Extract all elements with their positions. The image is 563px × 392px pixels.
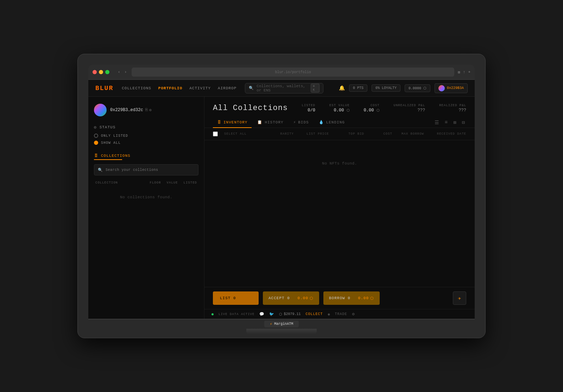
taskbar-app-name: MarginATM [274, 322, 293, 326]
listed-value: 0/0 [302, 108, 315, 113]
status-label: ◎ STATUS [94, 125, 198, 129]
bids-icon: ⚡ [293, 120, 296, 124]
laptop-taskbar: ⚡ MarginATM [88, 319, 475, 329]
nav-airdrop[interactable]: AIRDROP [218, 86, 236, 90]
nav-collections[interactable]: COLLECTIONS [122, 86, 151, 90]
bids-label: BIDS [298, 120, 309, 124]
eth-icon: ⬡ [347, 109, 350, 113]
borrow-label: BORROW 0 [329, 296, 350, 300]
accept-button[interactable]: ACCEPT 0 0.00 ⬡ [263, 291, 319, 305]
unrealized-stat: UNREALIZED P&L ??? [394, 104, 425, 113]
select-all-header: SELECT ALL [224, 132, 266, 136]
cost-value: 0.00 ⬡ [364, 108, 380, 113]
maximize-button[interactable] [105, 70, 109, 74]
global-search[interactable]: 🔍 Collections, wallets, or ENS ⌘ K [245, 83, 323, 94]
unrealized-value: ??? [394, 108, 425, 113]
status-bar: LIVE DATA ACTIVE 💬 🐦 ⬡ $2079.11 COLLECT … [204, 309, 475, 319]
est-value-number: 0.00 [334, 108, 344, 113]
tabs-row: 🎛 INVENTORY 📋 HISTORY ⚡ BIDS 💧 [204, 113, 475, 128]
large-grid-icon[interactable]: ⊟ [461, 118, 466, 127]
lending-icon: 💧 [319, 120, 324, 124]
table-header: SELECT ALL RARITY LIST PRICE TOP BID COS… [204, 128, 475, 140]
collections-header: 🎛 COLLECTIONS [94, 153, 198, 158]
col-value: VALUE [167, 181, 178, 185]
tab-inventory[interactable]: 🎛 INVENTORY [213, 117, 252, 128]
status-icon: ◎ [94, 125, 97, 129]
nav-portfolio[interactable]: PORTFOLIO [158, 86, 182, 90]
tab-history[interactable]: 📋 HISTORY [253, 117, 287, 128]
user-section: 0x229B3…ed32c ⎘ ⊙ [94, 104, 198, 116]
accept-value: 0.00 ⬡ [298, 296, 314, 301]
rarity-header: RARITY [266, 132, 294, 136]
page-title: All Collections [213, 104, 288, 113]
show-all-option[interactable]: SHOW ALL [94, 139, 198, 146]
main-content: All Collections LISTED 0/0 EST VALUE 0.0… [204, 97, 475, 319]
collections-section: 🎛 COLLECTIONS 🔍 COLLECTION FLOOR [94, 153, 198, 199]
select-all-checkbox[interactable] [213, 131, 218, 136]
address-actions: ⎘ ⊙ [145, 108, 152, 113]
collections-table-header: COLLECTION FLOOR VALUE LISTED [94, 181, 198, 185]
collections-underline [94, 159, 122, 160]
status-section: ◎ STATUS ONLY LISTED SHOW ALL [94, 125, 198, 146]
twitter-icon[interactable]: 🐦 [269, 312, 274, 316]
listed-label: LISTED [302, 104, 315, 107]
portfolio-header: All Collections LISTED 0/0 EST VALUE 0.0… [204, 97, 475, 113]
discord-icon[interactable]: 💬 [259, 312, 264, 316]
wallet-address[interactable]: 0x229B3A [435, 83, 468, 93]
notification-icon[interactable]: 🔔 [339, 85, 345, 91]
tab-lending[interactable]: 💧 LENDING [315, 117, 349, 128]
tab-bids[interactable]: ⚡ BIDS [289, 117, 313, 128]
live-status-text: LIVE DATA ACTIVE [219, 313, 254, 316]
borrow-amount: 0.00 [358, 296, 369, 300]
send-button[interactable]: ✈ [453, 291, 466, 305]
top-bid-header: TOP BID [329, 132, 364, 136]
list-button[interactable]: LIST 0 [213, 291, 259, 305]
cost-number: 0.00 [364, 108, 374, 113]
unrealized-label: UNREALIZED P&L [394, 104, 425, 107]
grid-view-icon[interactable]: ⊞ [452, 118, 457, 127]
no-nfts-message: No NFTs found. [204, 161, 475, 166]
wallet-avatar [438, 85, 445, 91]
bottom-action-bar: LIST 0 ACCEPT 0 0.00 ⬡ BORROW 0 0.00 [204, 287, 475, 309]
realized-label: REALIZED P&L [439, 104, 466, 107]
extensions-icon[interactable]: ⊞ [458, 70, 460, 75]
user-address: 0x229B3…ed32c ⎘ ⊙ [110, 108, 152, 113]
collections-search-box[interactable]: 🔍 [94, 164, 198, 175]
browser-nav: ‹ › [116, 69, 128, 75]
realized-stat: REALIZED P&L ??? [439, 104, 466, 113]
stats-row: LISTED 0/0 EST VALUE 0.00 ⬡ [302, 104, 466, 113]
received-date-header: RECEIVED DATE [424, 132, 466, 136]
only-listed-option[interactable]: ONLY LISTED [94, 132, 198, 139]
cost-eth-icon: ⬡ [377, 109, 380, 113]
compact-list-icon[interactable]: ≡ [443, 118, 449, 127]
list-view-icon[interactable]: ☰ [433, 118, 441, 127]
realized-value: ??? [439, 108, 466, 113]
only-listed-label: ONLY LISTED [101, 134, 128, 138]
nav-activity[interactable]: ACTIVITY [189, 86, 211, 90]
nav-menu: COLLECTIONS PORTFOLIO ACTIVITY AIRDROP [122, 86, 236, 90]
accept-label: ACCEPT 0 [268, 296, 290, 300]
forward-button[interactable]: › [123, 69, 128, 75]
collect-button[interactable]: COLLECT [305, 312, 323, 316]
borrow-button[interactable]: BORROW 0 0.00 ⬡ [323, 291, 380, 305]
inventory-icon: 🎛 [217, 120, 221, 124]
cost-stat: COST 0.00 ⬡ [364, 104, 380, 113]
collections-search-input[interactable] [106, 168, 195, 172]
mode-toggle: ◉ [328, 312, 330, 316]
share-icon[interactable]: ↑ [463, 70, 466, 75]
copy-address-icon[interactable]: ⎘ [145, 108, 148, 113]
send-icon: ✈ [458, 295, 461, 301]
wallet-address-text: 0x229B3A [447, 86, 464, 90]
only-listed-radio [94, 134, 98, 138]
minimize-button[interactable] [99, 70, 103, 74]
new-tab-icon[interactable]: + [468, 70, 470, 75]
listed-stat: LISTED 0/0 [302, 104, 315, 113]
settings-icon[interactable]: ⚙ [352, 311, 355, 317]
address-bar[interactable]: blur.io/portfolio [132, 68, 454, 77]
etherscan-icon[interactable]: ⊙ [149, 108, 152, 113]
status-label-text: STATUS [100, 125, 116, 129]
trade-button[interactable]: TRADE [335, 312, 347, 316]
close-button[interactable] [93, 70, 97, 74]
back-button[interactable]: ‹ [116, 69, 122, 75]
list-price-header: LIST PRICE [294, 132, 329, 136]
